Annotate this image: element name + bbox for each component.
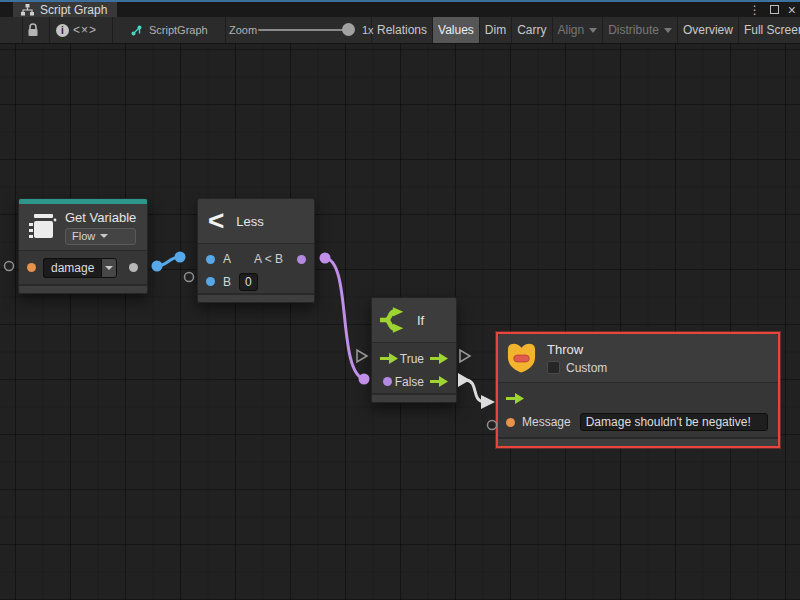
dropdown-caret-icon [589,28,597,33]
true-output-port-icon[interactable] [430,353,448,364]
maximize-icon[interactable] [770,5,779,14]
false-output-label: False [395,375,424,389]
message-port-icon[interactable] [506,418,515,427]
toolbar-separator [49,17,50,43]
graph-breadcrumb[interactable]: ScriptGraph [130,17,208,43]
values-button[interactable]: Values [433,17,480,43]
code-icon: <×> [73,23,97,37]
inspect-button[interactable]: i [56,17,69,43]
titlebar: Script Graph ⋮ × [0,0,800,17]
lock-button[interactable] [27,17,39,43]
less-icon: < [208,207,224,235]
distribute-dropdown-button[interactable]: Distribute [603,17,678,43]
node-if[interactable]: If True False [371,297,457,403]
zoom-slider-handle[interactable] [342,23,355,36]
flow-in-port-icon[interactable] [506,393,524,404]
input-a-port-icon[interactable] [206,255,215,264]
zoom-slider-track[interactable] [258,29,350,31]
output-label: A < B [254,252,283,266]
false-output-port-icon[interactable] [430,376,448,387]
result-output-port-icon[interactable] [297,255,306,264]
tab-script-graph[interactable]: Script Graph [13,2,117,17]
align-dropdown-button[interactable]: Align [553,17,604,43]
selection-outline: Throw Custom Message Damage shouldn't [496,332,780,448]
info-icon: i [56,24,69,37]
value-output-port-icon[interactable] [129,263,138,272]
node-title: If [417,313,424,328]
input-b-port-icon[interactable] [206,277,215,286]
node-title: Get Variable [65,210,136,225]
full-screen-button[interactable]: Full Screen [739,17,800,43]
carry-button[interactable]: Carry [512,17,552,43]
graph-toolbar: i <×> ScriptGraph Zoom 1x Relations Valu… [0,17,800,44]
toolbar-separator [112,17,113,43]
message-label: Message [522,415,571,429]
window-controls: ⋮ × [749,2,796,17]
graph-breadcrumb-label: ScriptGraph [149,24,208,36]
variable-icon [27,212,57,242]
variable-name-dropdown[interactable]: damage [43,258,117,278]
relations-button[interactable]: Relations [372,17,433,43]
script-graph-icon [130,24,143,37]
node-footer [198,293,314,302]
dropdown-caret-icon [100,234,108,238]
window-focus-stripe [0,0,800,2]
node-throw[interactable]: Throw Custom Message Damage shouldn't [498,334,778,446]
toolbar-buttons: Relations Values Dim Carry Align Distrib… [372,17,800,43]
input-a-label: A [223,252,231,266]
dim-button[interactable]: Dim [480,17,512,43]
toolbar-separator [225,17,226,43]
variable-scope-dropdown[interactable]: Flow [65,228,136,245]
custom-checkbox[interactable] [547,361,560,374]
node-footer [372,393,456,402]
custom-checkbox-label: Custom [566,361,607,375]
true-output-label: True [400,352,424,366]
window-menu-icon[interactable]: ⋮ [749,4,761,16]
input-b-value-field[interactable]: 0 [239,273,258,291]
throw-shield-icon [506,342,537,374]
branch-icon [380,307,408,333]
code-view-button[interactable]: <×> [73,17,97,43]
zoom-group: Zoom [229,17,257,43]
dropdown-caret-box [101,258,117,278]
node-footer [19,284,147,293]
message-value-field[interactable]: Damage shouldn't be negative! [580,413,768,431]
node-title: Less [236,214,263,229]
script-graph-window: Script Graph ⋮ × i <×> [0,0,800,600]
hierarchy-icon [21,4,34,16]
close-icon[interactable]: × [788,3,796,17]
dropdown-caret-icon [664,28,672,33]
lock-icon [27,23,39,37]
node-footer [498,437,778,446]
condition-port-icon[interactable] [383,377,392,386]
node-title: Throw [547,342,607,357]
node-less[interactable]: < Less A A < B B 0 [197,198,315,303]
dropdown-caret-icon [105,266,113,270]
tab-label: Script Graph [40,3,107,17]
input-b-label: B [223,275,231,289]
flow-in-port-icon[interactable] [380,353,398,364]
node-get-variable[interactable]: Get Variable Flow damage [18,198,148,294]
variable-name-port-icon[interactable] [27,263,36,272]
zoom-label: Zoom [229,24,257,36]
overview-button[interactable]: Overview [678,17,739,43]
toolbar-separator [22,17,23,43]
